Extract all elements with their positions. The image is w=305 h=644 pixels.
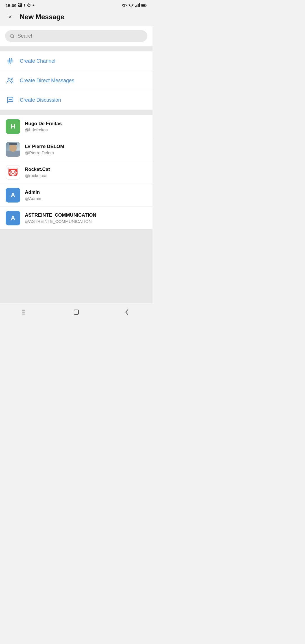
- contact-item-pierre[interactable]: LV Pierre DELOM @Pierre.Delom: [0, 138, 152, 161]
- contact-item-rocketcat[interactable]: Rocket.Cat @rocket.cat: [0, 161, 152, 184]
- svg-point-15: [8, 78, 10, 80]
- create-dm-label: Create Direct Messages: [20, 78, 74, 84]
- search-icon: [10, 34, 15, 39]
- search-wrapper[interactable]: [5, 30, 147, 42]
- section-divider-2: [0, 110, 152, 115]
- svg-line-10: [13, 37, 14, 38]
- contact-name-astreinte: ASTREINTE_COMMUNICATION: [25, 212, 96, 218]
- photo-icon: 🖼: [18, 3, 22, 8]
- bottom-spacer: [0, 229, 152, 303]
- contact-info-hugo: Hugo De Freitas @hdefreitas: [25, 121, 62, 132]
- contact-handle-admin: @Admin: [25, 196, 41, 201]
- avatar-hugo: H: [6, 119, 20, 134]
- search-input[interactable]: [18, 33, 143, 39]
- svg-line-14: [11, 58, 11, 64]
- contact-info-rocketcat: Rocket.Cat @rocket.cat: [25, 167, 50, 178]
- create-dm-item[interactable]: Create Direct Messages: [0, 71, 152, 90]
- create-channel-label: Create Channel: [20, 58, 55, 64]
- contact-handle-astreinte: @ASTREINTE_COMMUNICATION: [25, 219, 96, 224]
- status-left: 15:09 🖼 f ⏱ •: [6, 3, 34, 8]
- avatar-admin: A: [6, 188, 20, 203]
- nav-bar: [0, 303, 152, 322]
- header: × New Message: [0, 10, 152, 26]
- home-icon[interactable]: [69, 307, 83, 317]
- contact-name-rocketcat: Rocket.Cat: [25, 167, 50, 172]
- contact-item-admin[interactable]: A Admin @Admin: [0, 184, 152, 207]
- battery-icon: [141, 3, 147, 7]
- svg-point-30: [12, 173, 14, 174]
- chat-icon: [6, 95, 15, 105]
- svg-point-29: [14, 172, 15, 172]
- contact-info-pierre: LV Pierre DELOM @Pierre.Delom: [25, 144, 64, 155]
- close-button[interactable]: ×: [6, 12, 15, 21]
- status-time: 15:09: [6, 3, 16, 8]
- svg-rect-8: [141, 4, 145, 6]
- contact-handle-pierre: @Pierre.Delom: [25, 150, 64, 155]
- svg-point-17: [9, 99, 10, 100]
- svg-rect-4: [136, 5, 137, 7]
- create-discussion-item[interactable]: Create Discussion: [0, 90, 152, 110]
- create-channel-item[interactable]: Create Channel: [0, 51, 152, 71]
- hash-icon: [6, 56, 15, 66]
- svg-point-28: [11, 172, 12, 172]
- contact-handle-rocketcat: @rocket.cat: [25, 173, 50, 178]
- avatar-pierre: [6, 142, 20, 157]
- svg-rect-6: [139, 3, 140, 7]
- wifi-icon: [128, 3, 134, 8]
- contact-handle-hugo: @hdefreitas: [25, 127, 62, 132]
- actions-section: Create Channel Create Direct Messages Cr…: [0, 51, 152, 110]
- svg-point-19: [11, 99, 11, 100]
- contact-item-hugo[interactable]: H Hugo De Freitas @hdefreitas: [0, 115, 152, 138]
- avatar-rocketcat: [6, 165, 20, 180]
- contact-item-astreinte[interactable]: A ASTREINTE_COMMUNICATION @ASTREINTE_COM…: [0, 207, 152, 229]
- svg-point-18: [10, 99, 10, 100]
- contact-name-hugo: Hugo De Freitas: [25, 121, 62, 127]
- status-bar: 15:09 🖼 f ⏱ •: [0, 0, 152, 10]
- section-divider-1: [0, 46, 152, 51]
- timer-icon: ⏱: [27, 3, 31, 8]
- back-icon[interactable]: [120, 307, 134, 317]
- svg-line-13: [9, 58, 10, 64]
- contact-info-admin: Admin @Admin: [25, 190, 41, 201]
- mute-icon: [122, 3, 127, 8]
- svg-point-25: [9, 170, 17, 176]
- avatar-astreinte: A: [6, 211, 20, 225]
- svg-point-2: [131, 7, 131, 7]
- contact-name-pierre: LV Pierre DELOM: [25, 144, 64, 149]
- contact-name-admin: Admin: [25, 190, 41, 195]
- svg-rect-3: [135, 6, 136, 7]
- svg-rect-38: [74, 310, 79, 314]
- search-container: [0, 26, 152, 46]
- page-title: New Message: [20, 13, 64, 21]
- status-icons-right: [122, 3, 147, 8]
- menu-icon[interactable]: [18, 307, 32, 317]
- facebook-icon: f: [24, 3, 25, 8]
- create-discussion-label: Create Discussion: [20, 97, 61, 103]
- svg-point-16: [11, 78, 12, 79]
- people-icon: [6, 76, 15, 85]
- contact-info-astreinte: ASTREINTE_COMMUNICATION @ASTREINTE_COMMU…: [25, 212, 96, 224]
- signal-icon: [135, 3, 140, 8]
- contacts-section: H Hugo De Freitas @hdefreitas LV Pierre …: [0, 115, 152, 229]
- svg-rect-5: [138, 4, 139, 7]
